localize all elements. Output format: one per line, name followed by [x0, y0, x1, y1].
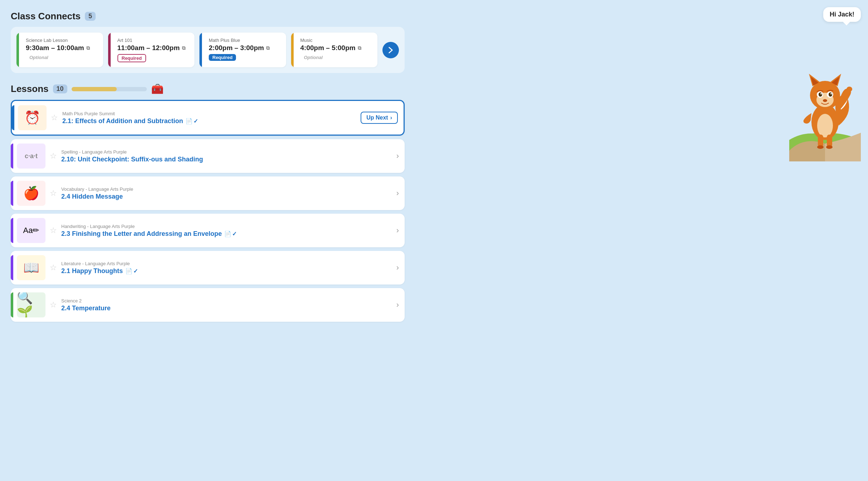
connect-card-0[interactable]: Science Lab Lesson 9:30am – 10:00am ⧉ Op…: [16, 33, 103, 67]
svg-point-16: [829, 92, 832, 97]
doc-check-0: 📄✓: [185, 118, 198, 125]
lesson-info-5: Science 2 2.4 Temperature: [61, 298, 392, 312]
up-next-label: Up Next: [366, 115, 388, 121]
lesson-info-0: Math Plus Purple Summit 2.1: Effects of …: [62, 111, 356, 125]
lesson-item-4[interactable]: 📖 ☆ Literature - Language Arts Purple 2.…: [11, 251, 405, 285]
card-accent-bar-2: [199, 33, 202, 67]
class-connects-header: Class Connects 5: [11, 11, 405, 22]
card-subject-3: Music: [300, 38, 371, 43]
chevron-right-4: ›: [396, 263, 399, 272]
svg-point-18: [830, 93, 832, 94]
lesson-accent-1: [11, 144, 13, 169]
svg-point-17: [820, 93, 822, 94]
treasure-icon: 🧰: [151, 83, 164, 95]
fox-mascot-container: Hi Jack!: [789, 7, 861, 140]
up-next-chevron: ›: [390, 115, 392, 121]
svg-point-15: [819, 92, 822, 97]
lesson-course-0: Math Plus Purple Summit: [62, 111, 356, 116]
lesson-course-2: Vocabulary - Language Arts Purple: [61, 186, 392, 192]
star-icon-5[interactable]: ☆: [50, 300, 57, 310]
card-time-2: 2:00pm – 3:00pm ⧉: [209, 44, 280, 52]
lesson-item-0[interactable]: ⏰ ☆ Math Plus Purple Summit 2.1: Effects…: [11, 100, 405, 136]
svg-point-2: [817, 114, 833, 137]
lesson-item-5[interactable]: 🔍🌱 ☆ Science 2 2.4 Temperature ›: [11, 288, 405, 322]
lesson-accent-4: [11, 255, 13, 280]
link-icon-1: ⧉: [182, 45, 185, 51]
link-icon-3: ⧉: [358, 45, 361, 51]
svg-point-6: [826, 145, 833, 149]
svg-point-20: [847, 87, 852, 92]
badge-optional-0: Optional: [26, 54, 52, 61]
badge-optional-3: Optional: [300, 54, 327, 61]
lesson-accent-5: [11, 292, 13, 317]
lesson-item-2[interactable]: 🍎 ☆ Vocabulary - Language Arts Purple 2.…: [11, 176, 405, 210]
connect-card-1[interactable]: Art 101 11:00am – 12:00pm ⧉ Required: [108, 33, 195, 67]
star-icon-0[interactable]: ☆: [51, 113, 58, 122]
doc-check-4: 📄✓: [125, 268, 138, 274]
lesson-item-3[interactable]: Aa✏ ☆ Handwriting - Language Arts Purple…: [11, 214, 405, 247]
lesson-info-2: Vocabulary - Language Arts Purple 2.4 Hi…: [61, 186, 392, 200]
lesson-info-3: Handwriting - Language Arts Purple 2.3 F…: [61, 224, 392, 238]
card-subject-0: Science Lab Lesson: [26, 38, 97, 43]
star-icon-3[interactable]: ☆: [50, 226, 57, 235]
fox-mascot: [789, 25, 861, 140]
lesson-item-1[interactable]: c·a·t ☆ Spelling - Language Arts Purple …: [11, 139, 405, 173]
card-accent-bar-1: [108, 33, 111, 67]
lesson-thumb-0: ⏰: [18, 105, 47, 130]
class-connects-panel: Science Lab Lesson 9:30am – 10:00am ⧉ Op…: [11, 27, 405, 73]
lesson-thumb-5: 🔍🌱: [17, 292, 45, 317]
star-icon-2[interactable]: ☆: [50, 189, 57, 198]
lessons-title: Lessons: [11, 83, 49, 94]
lesson-thumb-2: 🍎: [17, 181, 45, 206]
lesson-name-0: 2.1: Effects of Addition and Subtraction…: [62, 117, 356, 125]
svg-point-5: [817, 145, 824, 149]
link-icon-0: ⧉: [86, 45, 90, 51]
svg-point-19: [823, 99, 827, 102]
card-accent-bar-0: [16, 33, 19, 67]
card-subject-2: Math Plus Blue: [209, 38, 280, 43]
lesson-accent-2: [11, 181, 13, 206]
chevron-right-1: ›: [396, 151, 399, 161]
card-time-3: 4:00pm – 5:00pm ⧉: [300, 44, 371, 52]
lesson-thumb-1: c·a·t: [17, 144, 45, 169]
lesson-accent-0: [12, 105, 14, 130]
class-connects-title: Class Connects: [11, 11, 81, 22]
badge-required-1: Required: [117, 54, 146, 62]
connect-card-3[interactable]: Music 4:00pm – 5:00pm ⧉ Optional: [291, 33, 378, 67]
doc-check-3: 📄✓: [224, 230, 237, 237]
lesson-accent-3: [11, 218, 13, 243]
card-subject-1: Art 101: [117, 38, 188, 43]
svg-rect-3: [818, 135, 823, 147]
lesson-thumb-3: Aa✏: [17, 218, 45, 243]
lesson-info-1: Spelling - Language Arts Purple 2.10: Un…: [61, 149, 392, 163]
card-time-1: 11:00am – 12:00pm ⧉: [117, 44, 188, 52]
lessons-progress-bar: [72, 87, 147, 91]
lesson-name-2: 2.4 Hidden Message: [61, 193, 392, 200]
card-time-0: 9:30am – 10:00am ⧉: [26, 44, 97, 52]
connect-card-2[interactable]: Math Plus Blue 2:00pm – 3:00pm ⧉ Require…: [199, 33, 286, 67]
lessons-count: 10: [53, 84, 67, 93]
lesson-thumb-4: 📖: [17, 255, 45, 280]
speech-bubble: Hi Jack!: [823, 7, 861, 22]
lesson-list: ⏰ ☆ Math Plus Purple Summit 2.1: Effects…: [11, 100, 405, 322]
lesson-name-4: 2.1 Happy Thoughts 📄✓: [61, 267, 392, 275]
lesson-course-1: Spelling - Language Arts Purple: [61, 149, 392, 155]
up-next-button[interactable]: Up Next ›: [361, 112, 398, 124]
chevron-right-5: ›: [396, 300, 399, 310]
link-icon-2: ⧉: [266, 45, 270, 51]
lessons-header: Lessons 10 🧰: [11, 83, 405, 95]
chevron-right-2: ›: [396, 189, 399, 198]
lesson-name-3: 2.3 Finishing the Letter and Addressing …: [61, 230, 392, 238]
lesson-name-1: 2.10: Unit Checkpoint: Suffix-ous and Sh…: [61, 156, 392, 163]
lesson-info-4: Literature - Language Arts Purple 2.1 Ha…: [61, 261, 392, 275]
lessons-progress-fill: [72, 87, 117, 91]
lesson-course-3: Handwriting - Language Arts Purple: [61, 224, 392, 229]
svg-rect-4: [827, 135, 832, 147]
star-icon-4[interactable]: ☆: [50, 263, 57, 272]
chevron-right-3: ›: [396, 226, 399, 235]
star-icon-1[interactable]: ☆: [50, 151, 57, 161]
badge-required-2: Required: [209, 54, 236, 61]
next-arrow-button[interactable]: [382, 42, 399, 58]
card-accent-bar-3: [291, 33, 294, 67]
class-connects-count: 5: [85, 12, 96, 21]
